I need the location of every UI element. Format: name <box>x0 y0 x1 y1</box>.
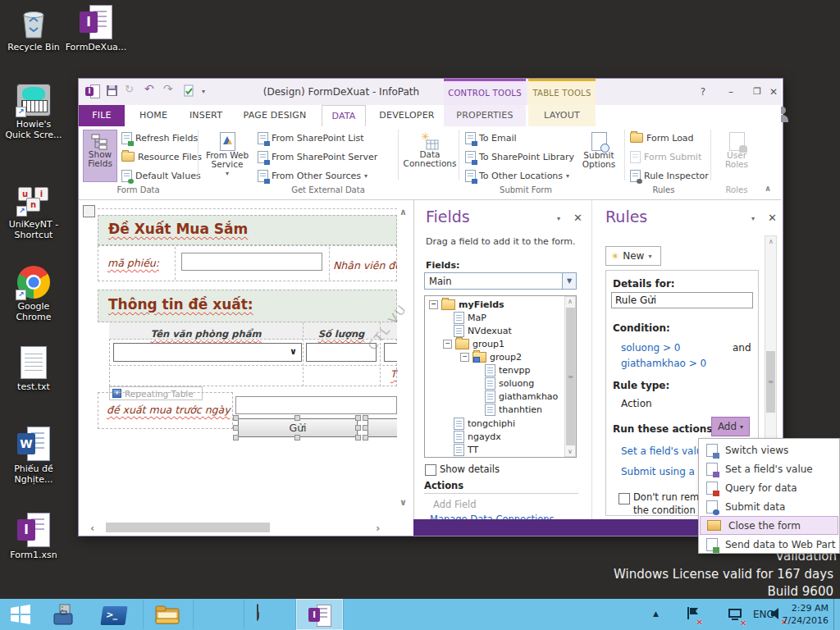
tree-item-tenvpp[interactable]: tenvpp <box>427 363 563 377</box>
scroll-thumb[interactable]: ≡ <box>566 308 575 445</box>
rule-inspector-button[interactable]: Rule Inspector <box>630 168 709 183</box>
section2-band[interactable]: Thông tin đề xuất: <box>98 290 397 322</box>
menu-item-query-for-data[interactable]: Query for data <box>700 478 838 497</box>
help-button[interactable]: ? <box>694 84 712 100</box>
user-roles-button[interactable]: User Roles <box>717 130 756 182</box>
scroll-left-arrow[interactable]: ‹ <box>90 522 94 534</box>
tab-data[interactable]: DATA <box>322 105 366 126</box>
tree-item-tt[interactable]: TT <box>427 443 563 456</box>
infopath-taskbar-active[interactable]: I <box>296 599 343 630</box>
margin-selector[interactable] <box>83 205 95 217</box>
tree-item-soluong[interactable]: soluong <box>427 377 563 390</box>
redo-button[interactable]: ↷ <box>163 82 173 95</box>
quantity-input[interactable] <box>306 343 377 362</box>
scroll-up-arrow[interactable]: ∧ <box>568 298 573 305</box>
scroll-up-arrow[interactable]: ∧ <box>399 207 407 217</box>
collapse-icon[interactable]: − <box>429 300 438 309</box>
from-sharepoint-list-button[interactable]: From SharePoint List <box>258 130 364 145</box>
form-load-button[interactable]: Form Load <box>630 130 694 145</box>
selection-handle[interactable] <box>294 435 300 441</box>
from-web-service-button[interactable]: From Web Service▾ <box>203 130 251 182</box>
collapse-icon[interactable]: − <box>460 353 469 362</box>
rule-name-input[interactable]: Rule Gửi <box>611 292 753 308</box>
form-title-band[interactable]: Đề Xuất Mua Sắm <box>98 215 397 245</box>
scroll-thumb[interactable]: ≡ <box>766 351 775 413</box>
refresh-fields-button[interactable]: Refresh Fields <box>121 130 198 145</box>
scroll-right-arrow[interactable]: › <box>376 522 380 534</box>
to-email-button[interactable]: To Email <box>465 130 517 145</box>
tree-item-nvdexuat[interactable]: NVdexuat <box>427 324 563 337</box>
from-other-sources-button[interactable]: From Other Sources▾ <box>258 168 368 183</box>
menu-item-set-field-value[interactable]: Set a field's value <box>700 459 838 478</box>
scroll-down-arrow[interactable]: ∨ <box>399 497 407 508</box>
desktop-icon-howies[interactable]: ↗ Howie's Quick Scre... <box>2 82 65 140</box>
dont-run-checkbox[interactable] <box>619 493 630 504</box>
language-indicator[interactable]: ENG <box>753 609 774 620</box>
clipped-button[interactable] <box>368 418 397 437</box>
minimize-button[interactable]: – <box>722 84 740 100</box>
tab-developer[interactable]: DEVELOPER <box>372 105 441 126</box>
selection-handle[interactable] <box>355 415 361 421</box>
clipped-input[interactable] <box>384 343 397 362</box>
powershell-button[interactable]: >_ <box>102 605 126 625</box>
selection-handle[interactable] <box>355 435 361 441</box>
howies-taskbar-button[interactable] <box>257 604 258 621</box>
selection-handle[interactable] <box>294 415 300 421</box>
show-fields-button[interactable]: Show Fields <box>83 130 117 182</box>
selection-handle[interactable] <box>363 435 368 441</box>
tree-item-group2[interactable]: −group2 <box>427 350 563 363</box>
save-button[interactable] <box>106 84 118 100</box>
tab-properties[interactable]: PROPERTIES <box>444 105 526 126</box>
clock[interactable]: 2:29 AM 7/24/2016 <box>774 602 829 627</box>
design-checker-button[interactable] <box>183 84 195 100</box>
tab-file[interactable]: FILE <box>79 105 125 126</box>
ma-phieu-input[interactable] <box>181 253 322 271</box>
condition-link-1[interactable]: soluong > 0 <box>621 342 680 354</box>
collapse-ribbon-icon[interactable]: ∧ <box>765 184 771 193</box>
h-scroll-thumb[interactable] <box>106 523 270 532</box>
menu-item-send-data-to-web-part[interactable]: Send data to Web Part <box>700 535 838 554</box>
to-other-locations-button[interactable]: To Other Locations▾ <box>465 168 569 183</box>
tab-page-design[interactable]: PAGE DESIGN <box>236 105 313 126</box>
resource-files-button[interactable]: Resource Files <box>121 149 202 164</box>
scroll-down-arrow[interactable]: ∨ <box>568 448 573 455</box>
undo-button[interactable]: ↶ <box>144 82 154 95</box>
desktop-icon-test-txt[interactable]: test.txt <box>2 345 65 392</box>
tree-item-group1[interactable]: −group1 <box>427 337 563 350</box>
menu-item-switch-views[interactable]: Switch views <box>700 441 838 459</box>
tab-layout[interactable]: LAYOUT <box>528 105 596 126</box>
tree-item-thanhtien[interactable]: thanhtien <box>427 403 563 416</box>
selection-handle[interactable] <box>355 425 361 431</box>
scroll-up-arrow[interactable]: ∧ <box>769 238 774 245</box>
show-desktop-button[interactable] <box>833 599 840 630</box>
desktop-icon-unikey[interactable]: u i n ↗ UniKeyNT - Shortcut <box>2 182 65 240</box>
tree-item-giathamkhao[interactable]: giathamkhao <box>427 390 563 403</box>
data-source-select[interactable]: Main ▼ <box>424 272 577 290</box>
product-dropdown[interactable]: ∨ <box>113 343 302 362</box>
action-center-icon[interactable]: ✕ <box>686 606 700 623</box>
add-field-link[interactable]: Add Field <box>433 499 476 510</box>
desktop-icon-formdexuat[interactable]: I FormDeXua... <box>65 5 127 52</box>
fields-pane-menu-icon[interactable]: ▾ <box>557 215 560 222</box>
submit-options-button[interactable]: Submit Options <box>578 130 620 182</box>
close-button[interactable]: ✕ <box>765 84 783 100</box>
rules-pane-close-icon[interactable]: ✕ <box>768 212 777 224</box>
desktop-icon-recycle-bin[interactable]: Recycle Bin <box>2 5 65 52</box>
form-submit-button[interactable]: Form Submit <box>630 149 701 164</box>
data-connections-button[interactable]: ✳ Data Connections <box>404 130 456 182</box>
tree-item-tongchiphi[interactable]: tongchiphi <box>427 417 563 430</box>
date-input[interactable] <box>235 396 397 414</box>
network-icon[interactable]: ✕ <box>728 609 743 624</box>
select-chevron-icon[interactable]: ▼ <box>562 273 576 289</box>
condition-link-2[interactable]: giathamkhao > 0 <box>621 358 706 369</box>
desktop-icon-chrome[interactable]: ↗ Google Chrome <box>2 264 65 322</box>
add-action-button[interactable]: Add▾ <box>711 417 750 436</box>
show-details-checkbox[interactable] <box>425 464 436 476</box>
to-sharepoint-library-button[interactable]: To SharePoint Library <box>465 149 574 164</box>
selection-handle[interactable] <box>233 435 239 441</box>
new-rule-button[interactable]: ✳ New ▾ <box>605 246 661 266</box>
menu-item-close-the-form[interactable]: Close the form <box>700 516 838 535</box>
desktop-icon-form1[interactable]: I Form1.xsn <box>2 513 65 560</box>
tab-home[interactable]: HOME <box>130 105 177 126</box>
start-button[interactable] <box>10 604 31 628</box>
